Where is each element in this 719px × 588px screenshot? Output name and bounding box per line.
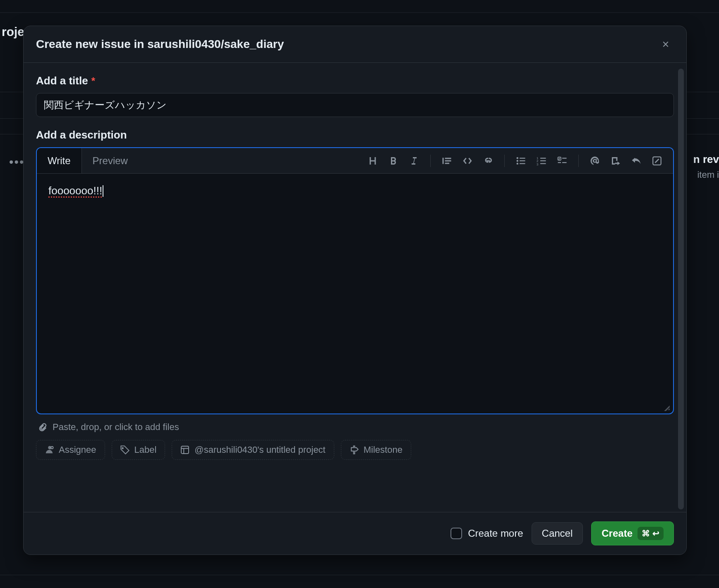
description-textarea[interactable]: fooooooo!!! <box>37 174 673 414</box>
diff-ignored-icon <box>652 156 662 166</box>
person-icon <box>45 445 54 454</box>
tasklist-button[interactable] <box>554 152 571 170</box>
assignee-chip[interactable]: Assignee <box>36 440 105 460</box>
create-button[interactable]: Create ⌘ ↩ <box>591 521 674 545</box>
milestone-chip[interactable]: Milestone <box>341 440 411 460</box>
bold-icon <box>388 156 398 166</box>
scrollbar[interactable] <box>678 69 684 509</box>
create-more-toggle[interactable]: Create more <box>451 528 523 539</box>
description-text: fooooooo!!! <box>48 184 102 197</box>
svg-point-1 <box>517 160 519 162</box>
bg-text-right-1: n rev <box>693 153 719 166</box>
title-label-text: Add a title <box>36 74 88 87</box>
link-icon <box>483 156 493 166</box>
reference-button[interactable] <box>607 152 624 170</box>
resize-grip-icon[interactable] <box>663 404 671 411</box>
attachment-hint-text: Paste, drop, or click to add files <box>53 422 179 433</box>
title-input[interactable] <box>36 93 674 117</box>
code-button[interactable] <box>459 152 476 170</box>
tab-write[interactable]: Write <box>37 148 82 173</box>
checkbox-icon[interactable] <box>451 528 462 539</box>
tasklist-icon <box>557 156 567 166</box>
bg-text-right-2: item i <box>697 170 719 180</box>
label-chip-label: Label <box>134 445 157 455</box>
project-chip-label: @sarushili0430's untitled project <box>194 445 325 455</box>
modal-header: Create new issue in sarushili0430/sake_d… <box>24 26 686 63</box>
modal-footer: Create more Cancel Create ⌘ ↩ <box>24 512 686 555</box>
close-icon <box>661 40 670 49</box>
description-label-text: Add a description <box>36 129 127 141</box>
modal-body: Add a title * Add a description Write Pr… <box>24 63 686 512</box>
modal-title: Create new issue in sarushili0430/sake_d… <box>36 38 284 51</box>
reply-icon <box>631 156 641 166</box>
kebab-icon[interactable]: ••• <box>9 155 25 169</box>
editor-tabs: Write Preview 123 <box>37 148 673 174</box>
project-icon <box>180 445 189 454</box>
assignee-chip-label: Assignee <box>59 445 96 455</box>
description-editor: Write Preview 123 <box>36 147 674 414</box>
close-button[interactable] <box>657 36 674 53</box>
toolbar-separator <box>578 155 579 167</box>
slash-button[interactable] <box>648 152 666 170</box>
toolbar-separator <box>504 155 505 167</box>
md-toolbar: 123 <box>364 152 673 170</box>
heading-button[interactable] <box>364 152 381 170</box>
metadata-chips: Assignee Label @sarushili0430's untitled… <box>36 440 674 470</box>
mention-icon <box>590 156 600 166</box>
heading-icon <box>368 156 378 166</box>
svg-text:3: 3 <box>537 162 538 166</box>
create-button-label: Create <box>602 528 633 539</box>
quote-button[interactable] <box>438 152 455 170</box>
label-chip[interactable]: Label <box>112 440 165 460</box>
cmd-key-icon: ⌘ <box>642 528 650 538</box>
list-unordered-icon <box>516 156 526 166</box>
quote-icon <box>442 156 452 166</box>
create-more-label: Create more <box>468 528 523 539</box>
italic-button[interactable] <box>405 152 423 170</box>
milestone-chip-label: Milestone <box>364 445 403 455</box>
ul-button[interactable] <box>512 152 530 170</box>
svg-rect-9 <box>181 446 189 454</box>
svg-point-2 <box>517 163 519 165</box>
attachment-hint[interactable]: Paste, drop, or click to add files <box>36 414 674 440</box>
cross-reference-icon <box>611 156 621 166</box>
required-mark: * <box>91 75 95 87</box>
project-chip[interactable]: @sarushili0430's untitled project <box>172 440 334 460</box>
toolbar-separator <box>430 155 431 167</box>
enter-key-icon: ↩ <box>652 528 659 538</box>
svg-point-0 <box>517 157 519 159</box>
code-icon <box>463 156 472 166</box>
text-cursor <box>103 185 103 197</box>
cancel-button[interactable]: Cancel <box>532 522 583 545</box>
italic-icon <box>409 156 419 166</box>
reply-button[interactable] <box>628 152 645 170</box>
title-label: Add a title * <box>36 74 674 87</box>
paperclip-icon <box>38 423 48 432</box>
cancel-button-label: Cancel <box>542 528 573 539</box>
description-label: Add a description <box>36 129 674 141</box>
link-button[interactable] <box>479 152 497 170</box>
mention-button[interactable] <box>586 152 604 170</box>
milestone-icon <box>350 445 359 454</box>
bold-button[interactable] <box>385 152 402 170</box>
svg-point-8 <box>51 447 53 449</box>
create-issue-modal: Create new issue in sarushili0430/sake_d… <box>23 26 687 555</box>
tab-preview[interactable]: Preview <box>82 148 139 173</box>
list-ordered-icon: 123 <box>537 156 546 166</box>
ol-button[interactable]: 123 <box>533 152 550 170</box>
keyboard-shortcut: ⌘ ↩ <box>638 527 664 540</box>
tag-icon <box>120 445 129 454</box>
bg-text-proj: roje <box>0 25 24 39</box>
